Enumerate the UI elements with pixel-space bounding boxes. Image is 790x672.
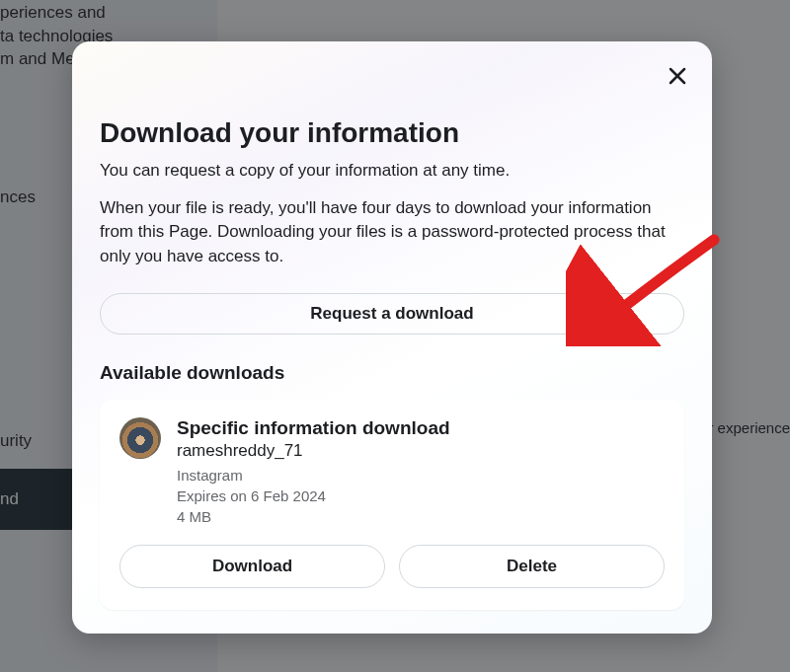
avatar <box>119 417 161 459</box>
modal-description: When your file is ready, you'll have fou… <box>100 196 684 269</box>
close-icon <box>668 66 687 86</box>
request-download-button[interactable]: Request a download <box>100 293 684 335</box>
download-card-actions: Download Delete <box>119 545 665 588</box>
download-item-expires: Expires on 6 Feb 2024 <box>177 485 665 506</box>
download-button[interactable]: Download <box>119 545 385 588</box>
download-card-header: Specific information download rameshredd… <box>119 417 665 527</box>
download-item-username: rameshreddy_71 <box>177 441 665 461</box>
download-info-modal: Download your information You can reques… <box>72 41 712 634</box>
download-item-platform: Instagram <box>177 465 665 485</box>
download-item-size: 4 MB <box>177 506 665 527</box>
close-button[interactable] <box>661 59 694 93</box>
available-downloads-heading: Available downloads <box>100 362 684 384</box>
modal-title: Download your information <box>100 117 684 149</box>
delete-button[interactable]: Delete <box>399 545 665 588</box>
download-card-info: Specific information download rameshredd… <box>177 417 665 527</box>
download-card: Specific information download rameshredd… <box>100 400 684 610</box>
download-item-title: Specific information download <box>177 417 665 439</box>
modal-subtitle: You can request a copy of your informati… <box>100 159 684 183</box>
